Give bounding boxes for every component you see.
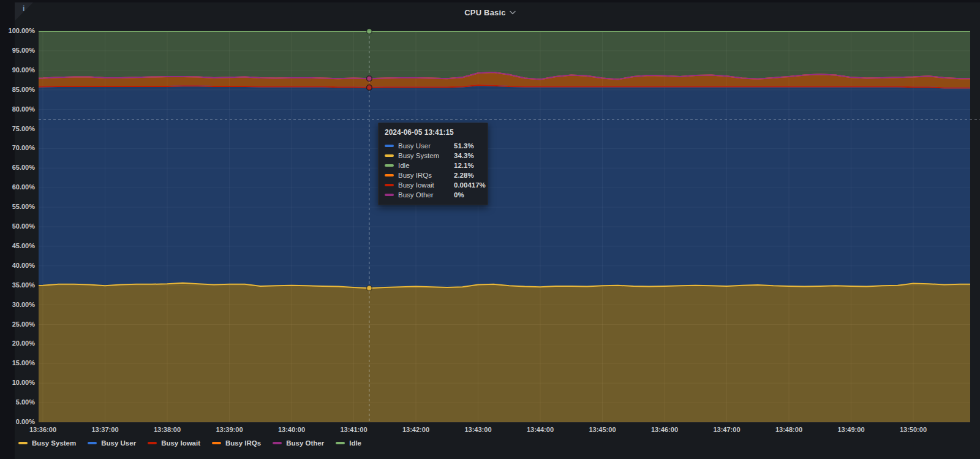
tooltip-series-label: Busy IRQs: [398, 172, 450, 179]
y-tick-label: 35.00%: [0, 281, 35, 289]
panel-header[interactable]: CPU Basic: [0, 0, 980, 25]
tooltip-series-value: 12.1%: [454, 162, 481, 169]
tooltip-row: Busy Iowait0.00417%: [385, 180, 481, 190]
y-tick-label: 85.00%: [0, 86, 35, 93]
x-tick-label: 13:42:00: [388, 426, 444, 433]
x-tick-label: 13:39:00: [202, 426, 258, 433]
legend-item-busy-irqs[interactable]: Busy IRQs: [212, 439, 261, 447]
tooltip-series-label: Busy Iowait: [398, 181, 450, 189]
chart-canvas[interactable]: [0, 0, 980, 459]
y-tick-label: 75.00%: [0, 125, 35, 132]
x-tick-label: 13:49:00: [823, 426, 880, 433]
hover-point: [367, 286, 372, 291]
hover-point: [367, 85, 372, 91]
tooltip-row: Busy Other0%: [385, 190, 481, 200]
tooltip-series-label: Busy Other: [398, 191, 450, 199]
y-tick-label: 25.00%: [0, 321, 35, 328]
grafana-panel-screen: i CPU Basic 0.00%5.00%10.00%15.00%20.00%…: [0, 0, 980, 459]
tooltip-series-label: Idle: [398, 162, 450, 169]
legend-swatch: [336, 442, 345, 444]
x-tick-label: 13:37:00: [77, 426, 134, 433]
tooltip-series-value: 0.00417%: [454, 181, 486, 189]
legend-label: Busy System: [32, 439, 76, 447]
hover-point: [367, 76, 372, 82]
y-tick-label: 0.00%: [0, 418, 35, 425]
y-tick-label: 30.00%: [0, 301, 35, 308]
tooltip-series-swatch: [385, 145, 394, 147]
x-tick-label: 13:47:00: [699, 426, 755, 433]
legend-item-busy-iowait[interactable]: Busy Iowait: [148, 439, 200, 447]
y-tick-label: 15.00%: [0, 359, 35, 366]
tooltip-series-swatch: [385, 194, 394, 196]
legend-item-busy-system[interactable]: Busy System: [18, 439, 76, 447]
tooltip-series-swatch: [385, 154, 394, 157]
y-tick-label: 45.00%: [0, 242, 35, 249]
panel-title: CPU Basic: [464, 8, 506, 17]
tooltip-series-label: Busy User: [398, 142, 450, 150]
tooltip-row: Busy IRQs2.28%: [385, 170, 481, 180]
legend-item-busy-other[interactable]: Busy Other: [273, 439, 324, 447]
legend-swatch: [88, 442, 97, 444]
x-tick-label: 13:38:00: [139, 426, 195, 433]
x-tick-label: 13:50:00: [885, 426, 941, 433]
tooltip-series-swatch: [385, 174, 394, 176]
y-tick-label: 55.00%: [0, 203, 35, 210]
x-tick-label: 13:44:00: [512, 426, 568, 433]
y-tick-label: 80.00%: [0, 105, 35, 113]
tooltip-series-swatch: [385, 164, 394, 167]
y-tick-label: 40.00%: [0, 262, 35, 269]
tooltip-row: Busy User51.3%: [385, 141, 481, 151]
tooltip-series-value: 0%: [454, 191, 481, 199]
x-tick-label: 13:43:00: [450, 426, 507, 433]
legend-item-idle[interactable]: Idle: [336, 439, 361, 447]
legend-swatch: [148, 442, 157, 444]
legend-item-busy-user[interactable]: Busy User: [88, 439, 136, 447]
tooltip-series-value: 51.3%: [454, 142, 481, 150]
legend-label: Busy Iowait: [161, 439, 200, 447]
x-tick-label: 13:48:00: [761, 426, 817, 433]
x-tick-label: 13:36:00: [15, 426, 71, 433]
legend-label: Idle: [349, 439, 361, 447]
hover-point: [367, 29, 372, 34]
legend-label: Busy User: [101, 439, 136, 447]
x-tick-label: 13:40:00: [263, 426, 320, 433]
y-tick-label: 10.00%: [0, 379, 35, 386]
legend-label: Busy Other: [286, 439, 324, 447]
legend: Busy SystemBusy UserBusy IowaitBusy IRQs…: [18, 436, 361, 450]
legend-swatch: [273, 442, 282, 444]
tooltip-series-swatch: [385, 184, 394, 186]
y-tick-label: 5.00%: [0, 398, 35, 406]
hover-tooltip: 2024-06-05 13:41:15 Busy User51.3%Busy S…: [378, 123, 488, 205]
x-tick-label: 13:41:00: [326, 426, 382, 433]
y-tick-label: 50.00%: [0, 222, 35, 230]
y-tick-label: 90.00%: [0, 66, 35, 74]
x-tick-label: 13:45:00: [575, 426, 631, 433]
tooltip-row: Busy System34.3%: [385, 151, 481, 161]
y-tick-label: 95.00%: [0, 47, 35, 54]
tooltip-row: Idle12.1%: [385, 161, 481, 170]
tooltip-series-label: Busy System: [398, 152, 450, 159]
chevron-down-icon: [510, 10, 516, 15]
y-tick-label: 60.00%: [0, 183, 35, 191]
y-tick-label: 20.00%: [0, 340, 35, 347]
legend-swatch: [18, 442, 28, 444]
legend-label: Busy IRQs: [225, 439, 261, 447]
tooltip-timestamp: 2024-06-05 13:41:15: [385, 128, 481, 137]
tooltip-series-value: 34.3%: [454, 152, 481, 159]
y-tick-label: 70.00%: [0, 144, 35, 151]
y-tick-label: 65.00%: [0, 164, 35, 171]
tooltip-series-value: 2.28%: [454, 172, 481, 179]
legend-swatch: [212, 442, 221, 444]
y-tick-label: 100.00%: [0, 27, 35, 34]
x-tick-label: 13:46:00: [636, 426, 693, 433]
